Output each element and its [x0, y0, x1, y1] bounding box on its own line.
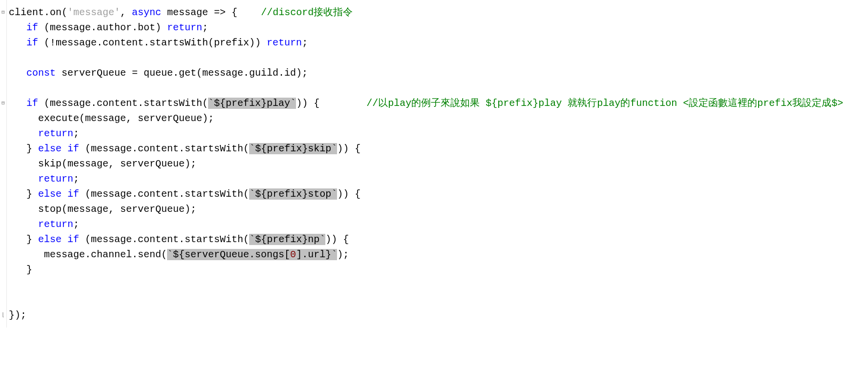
fold-spacer	[0, 202, 6, 217]
template-literal: `${prefix}skip`	[249, 143, 337, 154]
template-literal: `${prefix}stop`	[249, 188, 337, 200]
keyword-return: return	[167, 22, 202, 33]
code-line[interactable]: return;	[9, 171, 866, 186]
code-editor-content[interactable]: client.on('message', async message => { …	[7, 0, 868, 328]
code-line[interactable]: } else if (message.content.startsWith(`$…	[9, 141, 866, 156]
code-line[interactable]: } else if (message.content.startsWith(`$…	[9, 232, 866, 247]
fold-spacer	[0, 232, 6, 247]
code-line[interactable]: const serverQueue = queue.get(message.gu…	[9, 65, 866, 81]
keyword-else: else	[38, 234, 62, 245]
keyword-async: async	[132, 7, 161, 18]
code-line[interactable]: stop(message, serverQueue);	[9, 202, 866, 217]
keyword-if: if	[67, 188, 79, 200]
fold-marker-end: ⌊	[0, 308, 6, 323]
fold-marker-if[interactable]: ⊟	[0, 96, 6, 111]
code-line[interactable]	[9, 81, 866, 96]
code-line[interactable]: return;	[9, 217, 866, 232]
keyword-if: if	[26, 98, 38, 109]
code-line[interactable]: client.on('message', async message => { …	[9, 5, 866, 20]
code-line[interactable]	[9, 292, 866, 308]
fold-spacer	[0, 156, 6, 171]
fold-spacer	[0, 126, 6, 141]
code-line[interactable]: return;	[9, 126, 866, 141]
fold-spacer	[0, 292, 6, 308]
comment: //discord接收指令	[261, 7, 353, 18]
code-line[interactable]: if (!message.content.startsWith(prefix))…	[9, 35, 866, 50]
keyword-return: return	[38, 173, 73, 185]
fold-spacer	[0, 50, 6, 65]
fold-spacer	[0, 81, 6, 96]
fold-spacer	[0, 186, 6, 202]
fold-spacer	[0, 277, 6, 292]
editor-gutter: ⊟ ⊟ ⌊	[0, 0, 7, 328]
keyword-return: return	[267, 37, 302, 48]
keyword-if: if	[67, 234, 79, 245]
code-line[interactable]: }	[9, 262, 866, 277]
keyword-else: else	[38, 143, 62, 154]
fold-spacer	[0, 171, 6, 186]
keyword-const: const	[26, 67, 56, 79]
code-line[interactable]	[9, 50, 866, 65]
comment: //以play的例子來說如果 ${prefix}play 就執行play的fun…	[366, 98, 843, 109]
template-literal: `${prefix}np`	[249, 234, 325, 245]
code-line[interactable]: } else if (message.content.startsWith(`$…	[9, 186, 866, 202]
keyword-else: else	[38, 188, 62, 200]
fold-spacer	[0, 262, 6, 277]
number-literal: 0	[290, 249, 296, 260]
template-literal: `${serverQueue.songs[	[167, 249, 290, 260]
keyword-if: if	[67, 143, 79, 154]
code-line[interactable]: });	[9, 308, 866, 323]
fold-spacer	[0, 217, 6, 232]
code-line[interactable]: if (message.content.startsWith(`${prefix…	[9, 96, 866, 111]
keyword-return: return	[38, 219, 73, 230]
keyword-if: if	[26, 22, 38, 33]
fold-spacer	[0, 247, 6, 262]
code-line[interactable]	[9, 277, 866, 292]
template-literal: ].url}`	[296, 249, 337, 260]
fold-spacer	[0, 35, 6, 50]
keyword-return: return	[38, 128, 73, 139]
fold-marker-top[interactable]: ⊟	[0, 5, 6, 20]
fold-spacer	[0, 141, 6, 156]
string-literal: 'message'	[67, 7, 120, 18]
code-line[interactable]: execute(message, serverQueue);	[9, 111, 866, 126]
keyword-if: if	[26, 37, 38, 48]
code-line[interactable]: if (message.author.bot) return;	[9, 20, 866, 35]
code-line[interactable]: skip(message, serverQueue);	[9, 156, 866, 171]
code-line[interactable]: message.channel.send(`${serverQueue.song…	[9, 247, 866, 262]
template-literal: `${prefix}play`	[208, 98, 296, 109]
fold-spacer	[0, 111, 6, 126]
fold-spacer	[0, 65, 6, 81]
fold-spacer	[0, 20, 6, 35]
